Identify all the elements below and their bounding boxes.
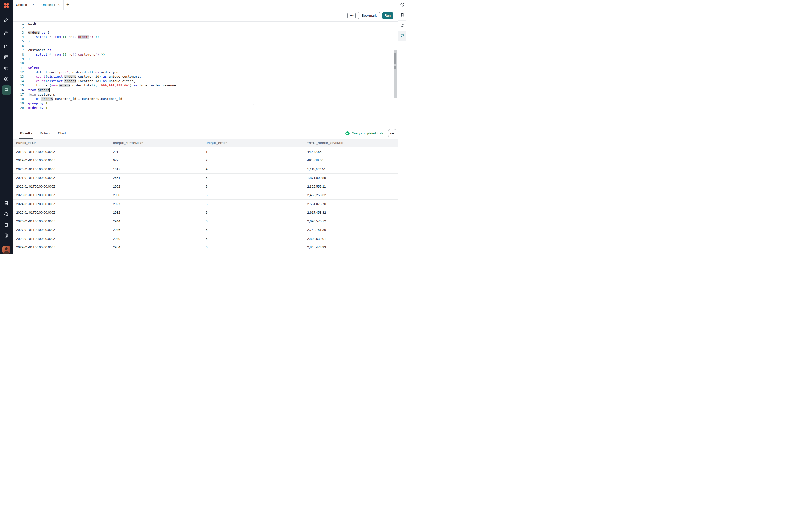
table-row[interactable]: 2024-01-01T00:00:00.000Z292762,551,076.7… (12, 200, 398, 209)
table-row[interactable]: 2025-01-01T00:00:00.000Z293262,617,453.3… (12, 209, 398, 217)
line-number: 16 (12, 88, 24, 92)
run-button[interactable]: Run (383, 12, 393, 19)
table-row[interactable]: 2029-01-01T00:00:00.000Z295462,845,473.9… (12, 243, 398, 252)
right-sidebar-item-assistant-chat[interactable] (398, 31, 406, 41)
scrollbar-thumb[interactable] (394, 53, 396, 64)
column-header-unique_cities[interactable]: UNIQUE_CITIES (202, 142, 304, 145)
code-line-17[interactable]: 17join customers (12, 92, 398, 97)
code-line-14[interactable]: 14count(distinct orders.location_id) as … (12, 79, 398, 83)
results-tab-results[interactable]: Results (19, 128, 33, 138)
code-line-11[interactable]: 11select (12, 66, 398, 70)
code-line-12[interactable]: 12date_trunc('year', ordered_at) as orde… (12, 70, 398, 74)
table-row[interactable]: 2021-01-01T00:00:00.000Z266161,871,800.8… (12, 174, 398, 182)
code-line-7[interactable]: 7customers as ( (12, 48, 398, 52)
sql-editor[interactable]: 1with23orders as (4select * from {{ ref(… (12, 21, 398, 128)
table-cell: 2,617,453.32 (304, 211, 398, 214)
table-cell: 4 (202, 167, 304, 171)
document-tab-2[interactable]: Untitled 1✕ (38, 0, 63, 9)
app-window: Untitled 1✕Untitled 1✕ + ••• Bookmark Ru… (0, 0, 406, 253)
main-area: Untitled 1✕Untitled 1✕ + ••• Bookmark Ru… (12, 0, 398, 253)
right-sidebar (398, 0, 406, 253)
sidebar-item-compass[interactable] (2, 75, 11, 84)
indent-guide (28, 74, 36, 79)
table-row[interactable]: 2027-01-01T00:00:00.000Z294662,742,751.3… (12, 226, 398, 235)
code-line-20[interactable]: 20order by 1 (12, 106, 398, 110)
close-icon[interactable]: ✕ (32, 3, 34, 6)
line-number: 5 (12, 39, 24, 44)
code-line-6[interactable]: 6 (12, 44, 398, 48)
table-cell: 221 (109, 150, 202, 154)
results-more-button[interactable]: ••• (388, 129, 397, 137)
paradime-x-logo-icon[interactable] (2, 2, 10, 9)
sidebar-item-book[interactable] (2, 220, 11, 230)
code-line-10[interactable]: 10 (12, 61, 398, 66)
right-sidebar-item-history[interactable] (398, 20, 406, 31)
table-cell: 2932 (109, 211, 202, 214)
code-line-16[interactable]: 16from orders (12, 88, 398, 92)
line-number: 14 (12, 79, 24, 83)
sidebar-item-archive[interactable] (2, 29, 11, 38)
code-line-5[interactable]: 5), (12, 39, 398, 44)
column-header-total_order_revenue[interactable]: TOTAL_ORDER_REVENUE (304, 142, 398, 145)
sidebar-item-home[interactable] (2, 16, 11, 25)
column-header-unique_customers[interactable]: UNIQUE_CUSTOMERS (109, 142, 202, 145)
code-line-8[interactable]: 8select * from {{ ref('customers') }} (12, 52, 398, 57)
code-line-1[interactable]: 1with (12, 21, 398, 26)
code-line-19[interactable]: 19group by 1 (12, 101, 398, 106)
line-number: 18 (12, 97, 24, 101)
table-row[interactable]: 2030-01-01T00:00:00.000Z287961,841,049.3… (12, 252, 398, 253)
table-row[interactable]: 2020-01-01T00:00:00.000Z191741,115,869.5… (12, 165, 398, 174)
right-sidebar-item-bookmark[interactable] (398, 10, 406, 20)
sidebar-item-dashboard[interactable] (2, 42, 11, 51)
table-cell: 6 (202, 237, 304, 240)
table-cell: 2018-01-01T00:00:00.000Z (12, 150, 109, 154)
code-line-18[interactable]: 18on orders.customer_id = customers.cust… (12, 97, 398, 101)
table-cell: 1,115,869.51 (304, 167, 398, 171)
table-row[interactable]: 2022-01-01T00:00:00.000Z290262,325,556.1… (12, 182, 398, 191)
scrollbar-marker (394, 66, 396, 69)
table-cell: 6 (202, 219, 304, 223)
table-cell: 2949 (109, 237, 202, 240)
table-cell: 1,871,800.85 (304, 176, 398, 179)
sidebar-item-laptop[interactable] (2, 86, 11, 95)
code-line-3[interactable]: 3orders as ( (12, 31, 398, 35)
table-row[interactable]: 2026-01-01T00:00:00.000Z294462,690,570.7… (12, 217, 398, 226)
new-tab-button[interactable]: + (64, 0, 72, 9)
bookmark-button[interactable]: Bookmark (358, 12, 380, 19)
table-row[interactable]: 2018-01-01T00:00:00.000Z221144,442.65 (12, 148, 398, 156)
indent-guide (28, 70, 36, 74)
user-avatar[interactable] (2, 246, 10, 253)
table-cell: 2954 (109, 245, 202, 249)
code-line-13[interactable]: 13count(distinct orders.customer_id) as … (12, 74, 398, 79)
code-line-4[interactable]: 4select * from {{ ref('orders') }} (12, 35, 398, 39)
windows-icon (4, 66, 9, 72)
more-options-button[interactable]: ••• (347, 12, 356, 19)
right-sidebar-item-compass[interactable] (398, 0, 406, 10)
code-line-9[interactable]: 9) (12, 57, 398, 61)
table-cell: 2,808,539.01 (304, 237, 398, 240)
table-row[interactable]: 2019-01-01T00:00:00.000Z9772494,818.00 (12, 156, 398, 165)
table-cell: 2,742,751.39 (304, 228, 398, 232)
close-icon[interactable]: ✕ (58, 3, 60, 6)
sidebar-item-clipboard[interactable] (2, 199, 11, 208)
code-line-2[interactable]: 2 (12, 26, 398, 31)
results-tab-details[interactable]: Details (39, 128, 51, 138)
laptop-icon (4, 87, 9, 93)
table-cell: 44,442.65 (304, 150, 398, 154)
results-tab-chart[interactable]: Chart (57, 128, 67, 138)
line-number: 7 (12, 48, 24, 52)
sidebar-item-building[interactable] (2, 231, 11, 240)
text-caret (49, 88, 50, 92)
table-row[interactable]: 2023-01-01T00:00:00.000Z293062,453,253.3… (12, 191, 398, 200)
sidebar-item-code-window[interactable] (2, 53, 11, 62)
column-header-order_year[interactable]: ORDER_YEAR (12, 142, 109, 145)
table-cell: 2021-01-01T00:00:00.000Z (12, 176, 109, 179)
editor-scrollbar[interactable] (394, 50, 397, 98)
table-cell: 2927 (109, 202, 202, 206)
code-line-15[interactable]: 15to_char(sum(orders.order_total), '999,… (12, 83, 398, 88)
sidebar-item-headset[interactable] (2, 210, 11, 219)
document-tab-1[interactable]: Untitled 1✕ (12, 0, 38, 9)
table-row[interactable]: 2028-01-01T00:00:00.000Z294962,808,539.0… (12, 234, 398, 243)
table-cell: 6 (202, 176, 304, 179)
sidebar-item-windows[interactable] (2, 64, 11, 74)
